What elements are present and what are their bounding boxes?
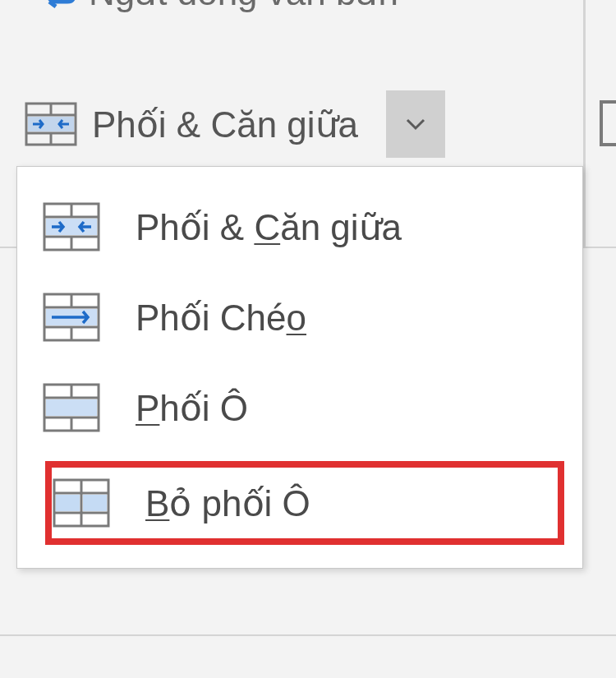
wrap-text-icon (33, 0, 79, 16)
merge-center-icon (25, 102, 77, 146)
menu-merge-across[interactable]: Phối Chéo (17, 272, 582, 362)
chevron-down-icon (405, 118, 426, 131)
wrap-text-button[interactable]: Ngắt dòng văn bản (33, 0, 398, 16)
merge-dropdown-menu: Phối & Căn giữa Phối Chéo (16, 166, 583, 569)
svg-rect-29 (56, 495, 80, 511)
merge-center-button[interactable]: Phối & Căn giữa (15, 95, 368, 153)
menu-merge-cells[interactable]: Phối Ô (17, 362, 582, 453)
menu-item-label: Phối & Căn giữa (136, 206, 402, 248)
menu-merge-center[interactable]: Phối & Căn giữa (17, 182, 582, 272)
svg-rect-30 (83, 495, 107, 511)
ribbon-area: Ngắt dòng văn bản Phối & Căn giữa (0, 0, 616, 678)
menu-item-label: Bỏ phối Ô (145, 482, 310, 524)
merge-dropdown-arrow[interactable] (386, 90, 445, 158)
menu-item-label: Phối Chéo (136, 297, 306, 339)
merge-across-icon (42, 292, 101, 343)
merge-center-label: Phối & Căn giữa (92, 104, 358, 145)
ribbon-separator (583, 0, 616, 247)
menu-unmerge-cells[interactable]: Bỏ phối Ô (42, 458, 568, 548)
wrap-text-label: Ngắt dòng văn bản (89, 0, 398, 13)
svg-rect-24 (46, 399, 97, 416)
unmerge-cells-icon (52, 477, 111, 528)
svg-rect-6 (601, 102, 616, 145)
merge-center-icon (42, 201, 101, 252)
merge-cells-icon (42, 382, 101, 433)
menu-item-label: Phối Ô (136, 387, 248, 429)
